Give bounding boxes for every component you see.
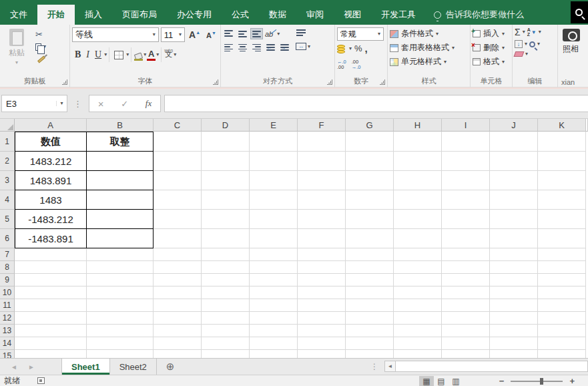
underline-dropdown-icon[interactable]: ▾ (104, 52, 107, 57)
align-top-button[interactable] (223, 29, 234, 39)
orientation-dropdown-icon[interactable]: ▾ (277, 31, 280, 37)
number-format-combo[interactable]: 常规▾ (337, 27, 384, 41)
cell-K13[interactable] (538, 325, 586, 337)
number-dialog-launcher[interactable] (380, 79, 385, 85)
enter-icon[interactable]: ✓ (121, 99, 128, 109)
font-dialog-launcher[interactable] (213, 79, 218, 85)
scroll-left-icon[interactable]: ◄ (384, 361, 396, 372)
row-header-7[interactable]: 7 (0, 248, 15, 261)
cell-J14[interactable] (490, 337, 538, 350)
row-header-13[interactable]: 13 (0, 325, 15, 337)
cell-J15[interactable] (490, 350, 538, 358)
cell-A9[interactable] (15, 274, 87, 286)
borders-button[interactable] (111, 51, 126, 59)
cell-B3[interactable] (87, 171, 154, 190)
orientation-button[interactable]: ab (265, 30, 274, 38)
zoom-slider-thumb[interactable] (540, 378, 543, 385)
camera-button[interactable]: 照相 (560, 29, 586, 55)
cell-C8[interactable] (154, 261, 202, 274)
find-dropdown-icon[interactable]: ▾ (537, 41, 540, 47)
cell-E2[interactable] (250, 152, 298, 171)
cell-H4[interactable] (394, 190, 442, 210)
cell-J12[interactable] (490, 312, 538, 325)
name-box[interactable]: E3 ▾ (1, 95, 67, 112)
col-header-J[interactable]: J (490, 119, 538, 132)
cell-F2[interactable] (298, 152, 346, 171)
col-header-E[interactable]: E (250, 119, 298, 132)
font-color-dropdown-icon[interactable]: ▾ (156, 52, 159, 57)
cell-B7[interactable] (87, 248, 154, 261)
cell-A13[interactable] (15, 325, 87, 337)
cell-H6[interactable] (394, 229, 442, 248)
fill-button[interactable]: ↓ (515, 40, 523, 48)
cell-E14[interactable] (250, 337, 298, 350)
cell-F10[interactable] (298, 286, 346, 299)
autosum-dropdown-icon[interactable]: ▾ (523, 29, 525, 35)
cell-F5[interactable] (298, 210, 346, 229)
cell-K8[interactable] (538, 261, 586, 274)
row-header-4[interactable]: 4 (0, 190, 15, 210)
cell-K4[interactable] (538, 190, 586, 210)
cell-F4[interactable] (298, 190, 346, 210)
cut-button[interactable]: ✂ (35, 29, 46, 39)
cell-A2[interactable]: 1483.212 (15, 152, 87, 171)
cell-E7[interactable] (250, 248, 298, 261)
cell-E8[interactable] (250, 261, 298, 274)
menu-tab-5[interactable]: 公式 (222, 5, 259, 25)
menu-tab-9[interactable]: 开发工具 (371, 5, 426, 25)
cell-I10[interactable] (442, 286, 490, 299)
cell-H8[interactable] (394, 261, 442, 274)
col-header-B[interactable]: B (87, 119, 154, 132)
cell-D13[interactable] (202, 325, 250, 337)
cell-I8[interactable] (442, 261, 490, 274)
cell-C10[interactable] (154, 286, 202, 299)
cell-G3[interactable] (346, 171, 394, 190)
cell-C11[interactable] (154, 299, 202, 312)
cell-A6[interactable]: -1483.891 (15, 229, 87, 248)
cell-B4[interactable] (87, 190, 154, 210)
decrease-indent-button[interactable]: ← (265, 43, 276, 53)
menu-tab-0[interactable]: 文件 (0, 5, 37, 25)
font-family-dropdown-icon[interactable]: ▾ (153, 32, 156, 37)
clipboard-dialog-launcher[interactable] (62, 79, 67, 85)
format-as-table-button[interactable]: 套用表格格式▾ (390, 42, 468, 53)
cell-I9[interactable] (442, 274, 490, 286)
col-header-F[interactable]: F (298, 119, 346, 132)
merge-center-button[interactable]: ↔ (296, 43, 306, 50)
font-size-combo[interactable]: 11▾ (161, 27, 185, 42)
cell-E3[interactable] (250, 171, 298, 190)
cell-A4[interactable]: 1483 (15, 190, 87, 210)
comma-button[interactable]: , (365, 45, 368, 51)
percent-button[interactable]: % (354, 43, 362, 53)
fill-color-button[interactable] (133, 49, 143, 61)
insert-function-icon[interactable]: fx (145, 98, 152, 109)
cell-G14[interactable] (346, 337, 394, 350)
font-family-combo[interactable]: 等线▾ (72, 27, 159, 42)
cell-E15[interactable] (250, 350, 298, 358)
cell-H13[interactable] (394, 325, 442, 337)
formula-bar-grip[interactable]: ⋮ (73, 99, 83, 109)
sheet-nav-right-icon[interactable]: ► (28, 363, 35, 371)
cell-G12[interactable] (346, 312, 394, 325)
cell-J8[interactable] (490, 261, 538, 274)
fill-dropdown-icon[interactable]: ▾ (525, 41, 527, 47)
cell-A10[interactable] (15, 286, 87, 299)
cell-I12[interactable] (442, 312, 490, 325)
insert-cells-button[interactable]: 插入▾ (473, 28, 510, 39)
cell-K11[interactable] (538, 299, 586, 312)
copy-button[interactable]: ▾ (35, 42, 46, 51)
cell-H2[interactable] (394, 152, 442, 171)
wrap-text-button[interactable] (296, 29, 306, 37)
cell-D4[interactable] (202, 190, 250, 210)
cell-A12[interactable] (15, 312, 87, 325)
cell-E4[interactable] (250, 190, 298, 210)
cell-F9[interactable] (298, 274, 346, 286)
cell-F14[interactable] (298, 337, 346, 350)
cell-B8[interactable] (87, 261, 154, 274)
cell-K6[interactable] (538, 229, 586, 248)
cell-F7[interactable] (298, 248, 346, 261)
cell-B1[interactable]: 取整 (87, 132, 154, 152)
cell-C7[interactable] (154, 248, 202, 261)
align-right-button[interactable] (251, 43, 262, 53)
underline-button[interactable]: U (92, 49, 104, 60)
